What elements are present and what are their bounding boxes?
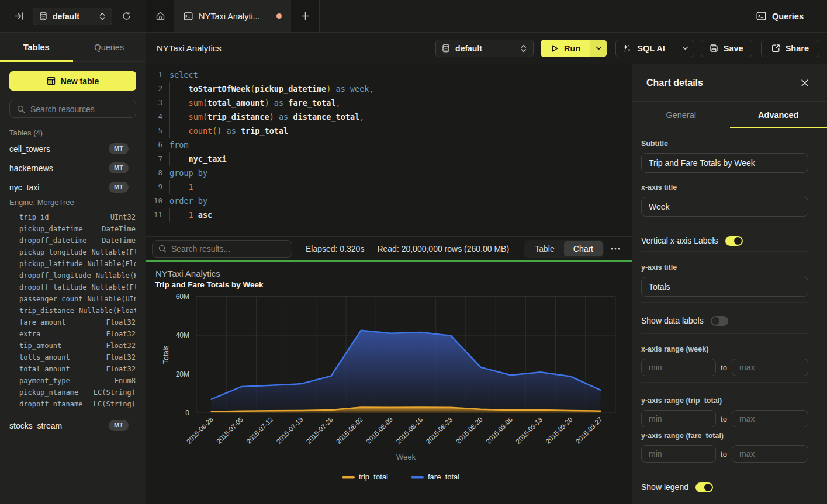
line-code: nyc_taxi <box>169 152 227 166</box>
editor-line-11: 111 asc <box>151 208 632 222</box>
results-search-input[interactable] <box>171 244 286 253</box>
column-type: LC(String) <box>89 388 136 397</box>
collapse-sidebar-button[interactable] <box>11 8 27 25</box>
sidebar: Tables Queries New table Tables (4) cell… <box>0 33 146 504</box>
line-code: count() as trip_total <box>169 124 288 138</box>
svg-text:2015-08-30: 2015-08-30 <box>455 416 484 445</box>
table-name: hackernews <box>9 164 53 173</box>
main-area: NYTaxi Analytics default Run <box>146 33 827 504</box>
panel-tab-general[interactable]: General <box>632 102 730 128</box>
vertical-x-labels-toggle[interactable] <box>725 236 743 246</box>
column-name: tip_amount <box>19 342 61 350</box>
column-name: fare_amount <box>19 318 65 326</box>
sql-editor[interactable]: 1select2toStartOfWeek(pickup_datetime) a… <box>146 64 632 236</box>
run-button[interactable]: Run <box>541 40 607 57</box>
sql-ai-button[interactable]: SQL AI <box>615 40 694 57</box>
column-type: Float32 <box>101 318 136 326</box>
queries-icon <box>756 11 766 21</box>
sql-ai-chevron[interactable] <box>677 40 694 57</box>
new-tab-button[interactable] <box>291 0 319 32</box>
results-more-button[interactable] <box>607 245 624 252</box>
share-button[interactable]: Share <box>761 40 819 57</box>
query-tab-nytaxi[interactable]: NYTaxi Analyti... <box>174 0 291 32</box>
line-number: 2 <box>151 82 162 96</box>
sql-ai-main: SQL AI <box>616 40 672 57</box>
body: Tables Queries New table Tables (4) cell… <box>0 33 827 504</box>
query-database-selector[interactable]: default <box>435 40 534 57</box>
tab-title: NYTaxi Analyti... <box>199 12 260 21</box>
subtitle-field-input[interactable] <box>641 153 808 173</box>
column-type: DateTime <box>97 237 136 245</box>
xaxis-range-row: to <box>641 359 808 376</box>
save-button[interactable]: Save <box>701 40 752 57</box>
sidebar-tab-tables[interactable]: Tables <box>0 33 73 61</box>
column-name: payment_type <box>19 377 70 385</box>
column-name: pickup_latitude <box>19 260 82 268</box>
yaxis-range-fare-max-input[interactable] <box>732 445 808 463</box>
yaxis-range-trip-row: to <box>641 410 808 427</box>
column-type: Float32 <box>101 330 136 338</box>
ellipsis-icon <box>611 248 620 250</box>
y-axis-title: Totals <box>162 346 170 364</box>
database-icon <box>39 12 47 20</box>
run-options-chevron[interactable] <box>590 40 607 57</box>
database-selector[interactable]: default <box>33 8 112 25</box>
sidebar-tab-queries[interactable]: Queries <box>73 33 146 61</box>
yaxis-range-trip-max-input[interactable] <box>732 410 808 427</box>
svg-text:60M: 60M <box>176 293 189 301</box>
panel-tab-advanced[interactable]: Advanced <box>730 102 827 128</box>
chevron-updown-icon <box>99 12 106 20</box>
table-row-nyc_taxi[interactable]: nyc_taxiMT <box>0 178 146 197</box>
column-name: pickup_ntaname <box>19 388 78 397</box>
line-code: 1 asc <box>169 208 212 222</box>
toggle-knob <box>734 237 742 245</box>
close-icon <box>801 79 809 87</box>
area-chart[interactable]: 020M40M60MTotals2015-06-282015-07-052015… <box>146 262 632 504</box>
show-legend-toggle[interactable] <box>695 482 713 492</box>
home-tab[interactable] <box>146 0 174 32</box>
column-row-passenger_count: passenger_countNullable(UInt8) <box>0 293 146 305</box>
xaxis-range-max-input[interactable] <box>732 359 808 376</box>
table-engine-badge: MT <box>109 420 129 431</box>
editor-line-3: 3sum(total_amount) as fare_total, <box>151 96 632 110</box>
column-name: dropoff_longitude <box>19 272 91 280</box>
table-row-hackernews[interactable]: hackernewsMT <box>0 158 146 178</box>
divider <box>641 467 808 467</box>
view-toggle-table[interactable]: Table <box>525 241 563 256</box>
xaxis-title-field-input[interactable] <box>641 197 808 217</box>
table-grid-icon <box>47 77 56 85</box>
line-code: sum(trip_distance) as distance_total, <box>169 110 364 124</box>
refresh-button[interactable] <box>118 8 134 25</box>
refresh-icon <box>122 11 132 21</box>
table-row-cell_towers[interactable]: cell_towersMT <box>0 139 146 158</box>
close-panel-button[interactable] <box>798 76 812 90</box>
toggle-knob <box>704 484 712 491</box>
yaxis-range-fare-min-input[interactable] <box>641 445 716 463</box>
divider <box>641 382 808 383</box>
new-table-button[interactable]: New table <box>9 71 136 91</box>
editor-line-8: 8group by <box>151 166 632 180</box>
yaxis-title-field-input[interactable] <box>641 277 808 297</box>
xaxis-range-min-input[interactable] <box>641 359 716 376</box>
vertical-x-labels-row: Vertical x-axis Labels <box>641 235 808 246</box>
yaxis-range-fare-row: to <box>641 445 808 463</box>
svg-text:2015-08-16: 2015-08-16 <box>395 416 424 445</box>
column-type: Float32 <box>101 342 136 350</box>
column-type: Float32 <box>101 353 136 362</box>
search-icon <box>17 105 25 113</box>
column-row-extra: extraFloat32 <box>0 328 146 340</box>
sidebar-search-input[interactable] <box>30 105 129 114</box>
svg-text:2015-08-23: 2015-08-23 <box>425 416 454 445</box>
line-number: 7 <box>151 152 162 166</box>
subtitle-field-label: Subtitle <box>641 140 808 148</box>
view-toggle-chart[interactable]: Chart <box>564 241 603 256</box>
yaxis-range-trip-min-input[interactable] <box>641 410 716 427</box>
show-data-labels-toggle[interactable] <box>711 316 728 326</box>
column-type: Nullable(Float64) <box>82 260 136 268</box>
editor-line-7: 7nyc_taxi <box>151 152 632 166</box>
queries-button[interactable]: Queries <box>756 11 804 21</box>
elapsed-stat: Elapsed: 0.320s <box>306 244 364 253</box>
top-bar-left: default <box>0 0 146 32</box>
table-row-stocks_stream[interactable]: stocks_streamMT <box>0 416 146 435</box>
column-row-pickup_latitude: pickup_latitudeNullable(Float64) <box>0 258 146 270</box>
